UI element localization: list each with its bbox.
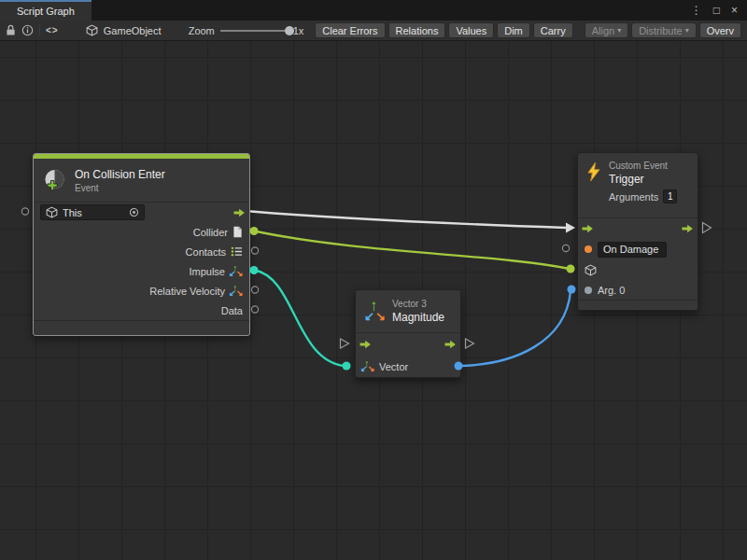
- lock-icon[interactable]: [6, 24, 16, 36]
- vector3-icon: ↑↙↘: [361, 360, 374, 373]
- vector3-icon: ↑↙↘: [230, 285, 243, 298]
- relative-velocity-output-port[interactable]: [251, 287, 258, 293]
- window-menu-icon[interactable]: ⋮: [691, 4, 702, 17]
- collision-event-icon: [42, 168, 67, 193]
- graph-canvas[interactable]: On Collision Enter Event This Collider C…: [0, 41, 747, 560]
- node-title: On Collision Enter: [75, 168, 165, 181]
- zoom-slider-knob[interactable]: [285, 26, 294, 35]
- arg0-input-port[interactable]: [568, 286, 576, 294]
- node-subtitle: Event: [75, 183, 165, 193]
- chevron-down-icon: ▾: [617, 26, 621, 35]
- data-output-port[interactable]: [251, 306, 258, 313]
- target-row: This: [34, 203, 249, 222]
- event-name-field[interactable]: On Damage: [598, 242, 667, 258]
- tab-bar: Script Graph ⋮ □ ×: [0, 0, 747, 21]
- code-view-icon[interactable]: <>: [46, 25, 59, 35]
- layout-buttons: Align▾ Distribute▾ Overv: [585, 22, 741, 38]
- wire-impulse-to-vector[interactable]: [254, 271, 345, 367]
- unity-visual-scripting-window: Script Graph ⋮ □ × <> GameObject Zoom 1x…: [0, 0, 747, 560]
- node-title: Trigger: [609, 173, 677, 186]
- flow-in-port[interactable]: [582, 224, 594, 233]
- wire-magnitude-to-arg0[interactable]: [458, 291, 571, 366]
- node-title: Magnitude: [392, 311, 444, 324]
- gameobject-icon: [86, 24, 98, 36]
- impulse-output-port[interactable]: [250, 266, 259, 274]
- collider-doc-icon: [233, 226, 243, 238]
- gameobject-label: GameObject: [104, 25, 162, 36]
- gameobject-cube-icon[interactable]: [585, 264, 597, 276]
- align-dropdown[interactable]: Align▾: [585, 22, 628, 38]
- arguments-count-field[interactable]: 1: [663, 189, 677, 203]
- target-gameobject-field[interactable]: This: [40, 204, 145, 220]
- node-header: Custom Event Trigger Arguments 1: [578, 153, 698, 218]
- wire-flow-arrowhead: [566, 223, 575, 233]
- clear-errors-button[interactable]: Clear Errors: [315, 22, 385, 38]
- flow-out-port[interactable]: [233, 208, 246, 217]
- toolbar-buttons: Clear Errors Relations Values Dim Carry: [315, 22, 572, 38]
- vector3-icon: ↑↙↘: [364, 301, 385, 323]
- collider-output-port[interactable]: [250, 227, 259, 235]
- port-row: Relative Velocity ↑↙↘: [34, 281, 249, 301]
- tab-script-graph[interactable]: Script Graph: [0, 0, 92, 21]
- node-group-label: Vector 3: [392, 299, 444, 309]
- node-header: ↑↙↘ Vector 3 Magnitude: [356, 290, 460, 333]
- arg0-label: Arg. 0: [598, 285, 625, 296]
- contacts-list-icon: [231, 246, 243, 257]
- window-close-icon[interactable]: ×: [731, 4, 738, 17]
- port-label-data: Data: [221, 305, 243, 316]
- magnitude-flow-out-port[interactable]: [466, 339, 474, 348]
- window-maximize-icon[interactable]: □: [713, 4, 720, 17]
- info-icon[interactable]: [21, 24, 34, 36]
- target-value: This: [63, 207, 124, 218]
- tab-label: Script Graph: [17, 6, 75, 17]
- node-footer: [34, 320, 249, 335]
- vector-input-row: ↑↙↘ Vector: [356, 356, 460, 378]
- relations-button[interactable]: Relations: [388, 22, 446, 38]
- dim-button[interactable]: Dim: [497, 22, 530, 38]
- zoom-value: 1x: [293, 25, 304, 36]
- vector3-icon: ↑↙↘: [230, 265, 243, 278]
- node-footer: [578, 300, 698, 310]
- target-input-port[interactable]: [567, 265, 575, 273]
- arguments-label: Arguments: [609, 191, 658, 203]
- node-header: On Collision Enter Event: [34, 159, 249, 203]
- custom-event-bolt-icon: [586, 162, 601, 181]
- event-name-port[interactable]: [585, 245, 592, 253]
- port-label-collider: Collider: [193, 227, 228, 238]
- magnitude-flow-in-port[interactable]: [341, 339, 349, 348]
- flow-out-port[interactable]: [444, 340, 457, 349]
- distribute-dropdown[interactable]: Distribute▾: [631, 22, 696, 38]
- node-group-label: Custom Event: [609, 161, 677, 171]
- target-gameobject-row: [578, 259, 698, 280]
- port-row: Data: [34, 301, 249, 320]
- port-row: Contacts: [34, 242, 249, 261]
- node-vector3-magnitude[interactable]: ↑↙↘ Vector 3 Magnitude ↑↙↘ Vector: [355, 289, 461, 378]
- zoom-slider-track: [220, 30, 288, 32]
- gameobject-cube-icon: [46, 206, 58, 218]
- port-label-impulse: Impulse: [189, 266, 225, 277]
- port-label-vector: Vector: [379, 361, 408, 372]
- toolbar-separator: [39, 24, 40, 36]
- zoom-slider[interactable]: [220, 24, 288, 37]
- wire-collider-to-target[interactable]: [254, 231, 570, 270]
- values-button[interactable]: Values: [448, 22, 494, 38]
- vector-input-port[interactable]: [343, 362, 351, 371]
- trigger-flow-out-port[interactable]: [703, 223, 712, 233]
- port-label-relative-velocity: Relative Velocity: [149, 286, 225, 297]
- wire-flow-connection[interactable]: [251, 212, 566, 229]
- oce-target-input-port[interactable]: [21, 208, 28, 215]
- carry-button[interactable]: Carry: [533, 22, 573, 38]
- port-row: Impulse ↑↙↘: [34, 261, 249, 281]
- contacts-output-port[interactable]: [251, 247, 258, 254]
- overview-button[interactable]: Overv: [699, 22, 741, 38]
- arg0-port[interactable]: [585, 287, 592, 294]
- arguments-row: Arguments 1: [609, 189, 677, 203]
- event-name-input-port[interactable]: [562, 245, 569, 251]
- object-picker-icon[interactable]: [129, 207, 139, 217]
- flow-in-port[interactable]: [359, 340, 372, 349]
- node-trigger-custom-event[interactable]: Custom Event Trigger Arguments 1 On Dama…: [577, 152, 698, 311]
- flow-row: [356, 333, 460, 356]
- node-on-collision-enter[interactable]: On Collision Enter Event This Collider C…: [33, 153, 250, 336]
- flow-out-port[interactable]: [682, 224, 694, 233]
- port-label-contacts: Contacts: [186, 246, 226, 258]
